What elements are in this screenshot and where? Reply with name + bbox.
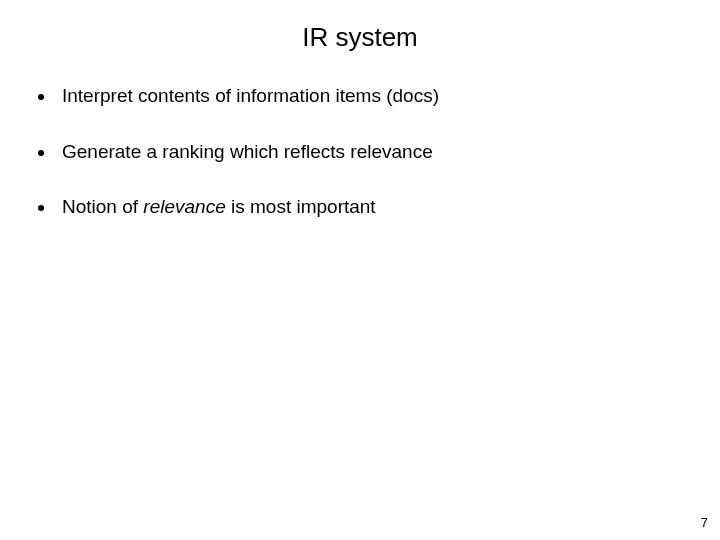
list-item: Generate a ranking which reflects releva…	[56, 139, 720, 165]
slide-title: IR system	[0, 0, 720, 83]
page-number: 7	[701, 515, 708, 530]
list-item: Interpret contents of information items …	[56, 83, 720, 109]
bullet-list: Interpret contents of information items …	[0, 83, 720, 220]
list-item: Notion of relevance is most important	[56, 194, 720, 220]
